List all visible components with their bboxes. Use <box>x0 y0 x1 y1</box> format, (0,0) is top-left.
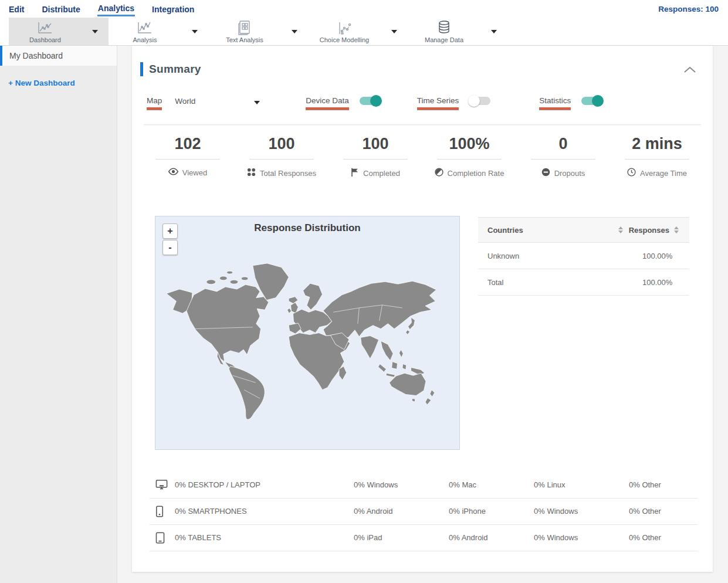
desktop-icon <box>155 479 168 492</box>
chevron-down-icon <box>292 30 297 33</box>
toolbar-choice-modelling[interactable]: Choice Modelling <box>308 18 381 45</box>
statistics-toggle[interactable] <box>581 97 602 105</box>
device-label: 0% TABLETS <box>175 533 221 542</box>
smartphone-icon <box>155 506 164 519</box>
response-map-panel: Response Distribution + - <box>155 216 460 450</box>
country-name: Unknown <box>487 252 519 260</box>
analytics-toolbar: Dashboard Analysis Text Analysis Choice … <box>0 18 728 46</box>
device-cell: 0% Other <box>629 533 661 542</box>
toolbar-manage-data[interactable]: Manage Data <box>408 18 480 45</box>
collapse-chevron-icon[interactable] <box>683 66 696 74</box>
toolbar-manage-data-label: Manage Data <box>425 36 463 43</box>
chevron-down-icon <box>391 30 397 33</box>
toggle-knob <box>592 95 604 107</box>
device-cell: 0% Linux <box>534 480 565 489</box>
stats-row: 102 Viewed 100 Total Responses 100 Compl… <box>141 135 704 178</box>
nav-edit[interactable]: Edit <box>8 2 25 16</box>
device-label: 0% DESKTOP / LAPTOP <box>175 480 260 489</box>
world-map[interactable] <box>158 253 457 446</box>
device-cell: 0% Mac <box>449 480 476 489</box>
sort-icon[interactable] <box>618 226 623 233</box>
top-nav: Edit Distribute Analytics Integration Re… <box>0 0 728 18</box>
divider <box>155 159 220 160</box>
stat-value: 100% <box>449 135 489 153</box>
new-dashboard-button[interactable]: + New Dashboard <box>8 79 117 87</box>
stat-value: 102 <box>174 135 201 153</box>
summary-header: Summary <box>140 62 201 76</box>
chevron-down-icon <box>491 30 497 33</box>
countries-table-header: Countries Responses <box>478 217 689 243</box>
country-responses: 100.00% <box>642 252 672 260</box>
toolbar-manage-data-caret[interactable] <box>480 18 507 45</box>
device-table: 0% DESKTOP / LAPTOP 0% Windows 0% Mac 0%… <box>150 472 698 551</box>
line-chart-icon <box>36 20 54 35</box>
country-name: Total <box>487 278 503 287</box>
minus-circle-icon <box>541 168 550 178</box>
device-data-label: Device Data <box>306 96 349 110</box>
divider <box>437 159 502 160</box>
toolbar-group-choice-modelling: Choice Modelling <box>308 18 408 45</box>
responses-column-header[interactable]: Responses <box>629 226 669 235</box>
device-cell: 0% Windows <box>534 533 578 542</box>
map-zoom-in-button[interactable]: + <box>162 223 178 239</box>
chevron-down-icon <box>254 101 260 104</box>
toolbar-text-analysis[interactable]: Text Analysis <box>208 18 281 45</box>
stat-label: Viewed <box>182 168 207 177</box>
table-row-tablets: 0% TABLETS 0% iPad 0% Android 0% Windows… <box>150 525 698 551</box>
chevron-down-icon <box>92 30 98 33</box>
stat-label: Completion Rate <box>448 169 504 178</box>
toolbar-group-dashboard: Dashboard <box>9 18 109 45</box>
nav-integration[interactable]: Integration <box>151 2 195 16</box>
toolbar-choice-modelling-label: Choice Modelling <box>320 36 369 43</box>
toolbar-analysis[interactable]: Analysis <box>109 18 181 45</box>
device-cell: 0% iPhone <box>449 507 486 516</box>
countries-column-header[interactable]: Countries <box>487 226 523 235</box>
table-row-desktop: 0% DESKTOP / LAPTOP 0% Windows 0% Mac 0%… <box>150 472 698 499</box>
sort-icon[interactable] <box>674 226 679 233</box>
table-row: Total 100.00% <box>478 269 689 296</box>
country-responses: 100.00% <box>642 278 672 287</box>
stat-label: Total Responses <box>260 169 316 178</box>
dashboard-sidebar: My Dashboard + New Dashboard <box>0 46 117 583</box>
toolbar-text-analysis-caret[interactable] <box>281 18 308 45</box>
line-chart-icon <box>136 20 154 35</box>
device-cell: 0% Other <box>629 507 661 516</box>
responses-count[interactable]: Responses: 100 <box>658 5 719 13</box>
toolbar-analysis-caret[interactable] <box>181 18 208 45</box>
toolbar-dashboard[interactable]: Dashboard <box>9 18 82 45</box>
summary-card: Summary Map World Device Data Time Serie… <box>132 46 713 572</box>
toolbar-dashboard-label: Dashboard <box>29 36 61 43</box>
stat-average-time: 2 mins Average Time <box>610 135 704 178</box>
time-series-toggle[interactable] <box>469 97 490 105</box>
toolbar-group-text-analysis: Text Analysis <box>208 18 308 45</box>
device-data-toggle[interactable] <box>360 97 381 105</box>
summary-title: Summary <box>149 63 201 76</box>
countries-table: Countries Responses Unknown 100.00% Tota… <box>478 217 689 296</box>
nav-distribute[interactable]: Distribute <box>41 2 80 16</box>
map-region-value: World <box>175 97 195 109</box>
toolbar-dashboard-caret[interactable] <box>82 18 109 45</box>
divider <box>625 159 689 160</box>
toolbar-choice-modelling-caret[interactable] <box>381 18 408 45</box>
divider <box>343 159 408 160</box>
stat-label: Dropouts <box>554 169 585 178</box>
divider <box>531 159 595 160</box>
map-region-select[interactable]: World <box>175 97 260 109</box>
stat-value: 0 <box>558 135 567 153</box>
device-label: 0% SMARTPHONES <box>175 507 247 516</box>
sidebar-item-my-dashboard[interactable]: My Dashboard <box>0 46 117 66</box>
divider <box>249 159 314 160</box>
database-icon <box>436 20 452 35</box>
map-label: Map <box>147 96 162 110</box>
flag-icon <box>351 168 359 178</box>
stat-value: 2 mins <box>632 135 682 153</box>
device-cell: 0% Windows <box>354 480 398 489</box>
stat-completion-rate: 100% Completion Rate <box>422 135 516 178</box>
document-grid-icon <box>238 20 252 35</box>
nav-analytics[interactable]: Analytics <box>97 1 135 16</box>
toolbar-analysis-label: Analysis <box>133 36 157 43</box>
stat-label: Average Time <box>640 169 687 178</box>
toolbar-group-manage-data: Manage Data <box>408 18 507 45</box>
stat-value: 100 <box>268 135 294 153</box>
accent-bar <box>140 62 143 76</box>
